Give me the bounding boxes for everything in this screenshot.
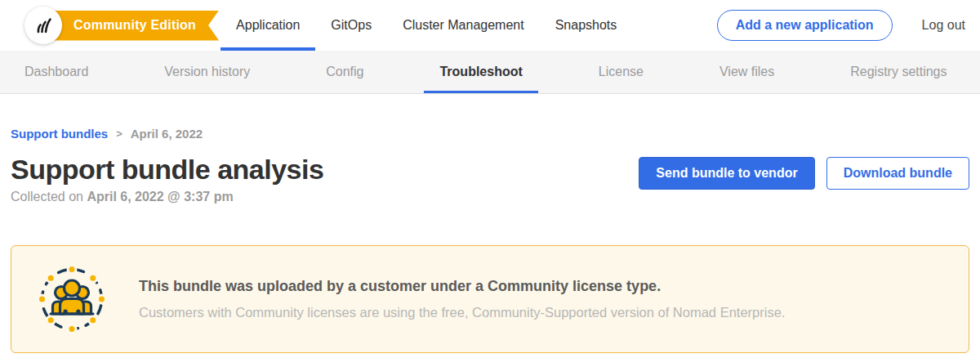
notice-text: This bundle was uploaded by a customer u… — [139, 278, 785, 320]
breadcrumb-separator-icon: > — [116, 128, 122, 140]
replicated-logo-icon — [33, 15, 54, 36]
page-title: Support bundle analysis — [11, 154, 323, 186]
subnav-license[interactable]: License — [583, 51, 659, 93]
main-content: Support bundles > April 6, 2022 Support … — [0, 127, 980, 353]
collected-timestamp: Collected on April 6, 2022 @ 3:37 pm — [11, 190, 323, 204]
collected-date: April 6, 2022 @ 3:37 pm — [87, 190, 233, 204]
header-right: Add a new application Log out — [717, 0, 969, 51]
nav-cluster-management[interactable]: Cluster Management — [387, 0, 540, 51]
title-row: Support bundle analysis Collected on Apr… — [11, 154, 969, 204]
notice-body: Customers with Community licenses are us… — [139, 305, 785, 320]
community-edition-badge: Community Edition — [41, 11, 219, 41]
community-edition-badge-label: Community Edition — [74, 18, 196, 33]
nav-snapshots[interactable]: Snapshots — [540, 0, 633, 51]
breadcrumb-current: April 6, 2022 — [131, 127, 203, 141]
send-bundle-to-vendor-button[interactable]: Send bundle to vendor — [639, 157, 814, 190]
breadcrumb-support-bundles-link[interactable]: Support bundles — [11, 127, 108, 141]
collected-prefix: Collected on — [11, 190, 87, 204]
subnav-troubleshoot[interactable]: Troubleshoot — [424, 51, 537, 93]
subnav-version-history[interactable]: Version history — [149, 51, 265, 93]
subnav-config[interactable]: Config — [310, 51, 379, 93]
subnav-view-files[interactable]: View files — [704, 51, 790, 93]
logout-link[interactable]: Log out — [922, 18, 969, 33]
download-bundle-button[interactable]: Download bundle — [826, 157, 969, 190]
add-new-application-button[interactable]: Add a new application — [717, 10, 893, 41]
brand: Community Edition — [24, 0, 219, 51]
community-license-notice: This bundle was uploaded by a customer u… — [11, 245, 969, 353]
top-header: Community Edition Application GitOps Clu… — [0, 0, 980, 51]
community-group-icon — [36, 263, 108, 335]
nav-application[interactable]: Application — [220, 0, 315, 51]
subnav-dashboard[interactable]: Dashboard — [9, 51, 104, 93]
top-navigation: Application GitOps Cluster Management Sn… — [220, 0, 632, 51]
bundle-actions: Send bundle to vendor Download bundle — [639, 157, 969, 190]
subnav-registry-settings[interactable]: Registry settings — [835, 51, 962, 93]
title-block: Support bundle analysis Collected on Apr… — [11, 154, 323, 204]
nav-gitops[interactable]: GitOps — [315, 0, 387, 51]
notice-title: This bundle was uploaded by a customer u… — [139, 278, 785, 295]
replicated-logo[interactable] — [24, 7, 62, 44]
app-sub-navigation: Dashboard Version history Config Trouble… — [0, 51, 980, 94]
breadcrumb: Support bundles > April 6, 2022 — [11, 127, 969, 141]
